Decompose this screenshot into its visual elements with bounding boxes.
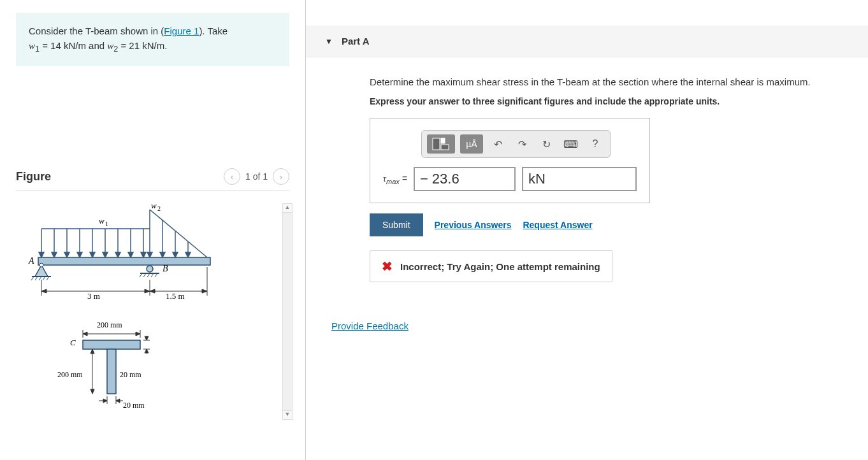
part-label: Part A <box>342 36 370 47</box>
svg-text:C: C <box>70 338 76 347</box>
help-icon[interactable]: ? <box>586 134 605 154</box>
feedback-box: ✖ Incorrect; Try Again; One attempt rema… <box>370 250 612 282</box>
figure-title: Figure <box>16 170 51 183</box>
svg-marker-18 <box>141 252 146 257</box>
svg-text:3 m: 3 m <box>87 291 100 301</box>
svg-marker-23 <box>160 252 165 257</box>
app-container: Consider the T-beam shown in (Figure 1).… <box>0 0 868 460</box>
answer-row: τmax = <box>383 167 637 191</box>
svg-marker-80 <box>145 349 148 353</box>
svg-text:B: B <box>163 264 168 273</box>
formula-toolbar: µÅ ↶ ↷ ↻ ⌨ ? <box>421 130 611 158</box>
answer-panel: µÅ ↶ ↷ ↻ ⌨ ? τmax = <box>370 118 650 203</box>
svg-text:w: w <box>151 203 157 210</box>
svg-rect-67 <box>83 340 140 349</box>
svg-marker-12 <box>103 252 108 257</box>
svg-marker-72 <box>90 349 94 354</box>
svg-marker-66 <box>136 332 140 336</box>
part-body: Determine the maximum shear stress in th… <box>306 57 868 295</box>
action-row: Submit Previous Answers Request Answer <box>370 213 849 236</box>
mu-button[interactable]: µÅ <box>460 134 483 154</box>
svg-marker-65 <box>83 332 87 336</box>
figure-body: A B w1 w2 3 m 1.5 m <box>16 203 289 417</box>
svg-marker-57 <box>150 289 155 293</box>
redo-icon[interactable]: ↷ <box>512 134 532 154</box>
svg-text:20 mm: 20 mm <box>123 401 145 410</box>
problem-statement: Consider the T-beam shown in (Figure 1).… <box>16 13 289 66</box>
svg-marker-16 <box>128 252 133 257</box>
scroll-up-icon[interactable]: ▲ <box>283 204 292 213</box>
previous-answers-link[interactable]: Previous Answers <box>435 220 512 230</box>
pager-prev-button[interactable]: ‹ <box>224 168 240 185</box>
figure-pager: ‹ 1 of 1 › <box>224 168 289 185</box>
collapse-icon[interactable]: ▼ <box>325 37 333 46</box>
problem-suffix: ). Take <box>199 25 228 36</box>
right-panel: ▼ Part A Determine the maximum shear str… <box>306 0 868 460</box>
answer-variable-label: τmax = <box>383 173 407 185</box>
svg-marker-21 <box>147 252 152 257</box>
beam-diagram: A B w1 w2 3 m 1.5 m <box>16 203 213 312</box>
svg-marker-8 <box>77 252 82 257</box>
svg-rect-89 <box>441 138 445 143</box>
provide-feedback-link[interactable]: Provide Feedback <box>331 320 409 331</box>
svg-marker-58 <box>202 289 207 293</box>
units-instruction: Express your answer to three significant… <box>370 96 849 106</box>
svg-marker-55 <box>41 289 47 293</box>
svg-text:1: 1 <box>105 220 108 227</box>
svg-text:200 mm: 200 mm <box>57 370 83 379</box>
svg-rect-88 <box>433 138 440 150</box>
left-panel: Consider the T-beam shown in (Figure 1).… <box>0 0 306 460</box>
svg-marker-25 <box>173 252 178 257</box>
template-button-1[interactable] <box>427 134 455 154</box>
svg-text:2: 2 <box>157 205 161 212</box>
svg-marker-73 <box>90 389 94 394</box>
pager-next-button[interactable]: › <box>273 168 289 185</box>
svg-text:w: w <box>99 216 105 226</box>
keyboard-icon[interactable]: ⌨ <box>561 134 581 154</box>
svg-text:200 mm: 200 mm <box>97 320 122 329</box>
svg-marker-27 <box>185 252 191 257</box>
figure-scrollbar[interactable]: ▲ ▼ <box>282 203 293 420</box>
svg-marker-87 <box>116 399 120 403</box>
svg-point-37 <box>147 266 153 272</box>
svg-marker-85 <box>103 399 107 403</box>
problem-params: w1 = 14 kN/m and w2 = 21 kN/m. <box>29 40 167 51</box>
svg-rect-28 <box>38 257 210 265</box>
instruction-text: Determine the maximum shear stress in th… <box>370 76 849 87</box>
feedback-text: Incorrect; Try Again; One attempt remain… <box>400 261 600 272</box>
figure-link[interactable]: Figure 1 <box>164 25 199 36</box>
figure-header: Figure ‹ 1 of 1 › <box>16 168 289 190</box>
cross-section-diagram: 200 mm C 200 mm <box>48 320 175 415</box>
svg-marker-14 <box>115 252 120 257</box>
svg-rect-68 <box>107 349 116 394</box>
submit-button[interactable]: Submit <box>370 213 423 236</box>
answer-value-input[interactable] <box>414 167 516 191</box>
svg-text:A: A <box>28 256 34 266</box>
svg-line-19 <box>150 210 207 257</box>
scroll-down-icon[interactable]: ▼ <box>283 410 292 419</box>
svg-marker-6 <box>64 252 69 257</box>
pager-status: 1 of 1 <box>245 171 268 182</box>
svg-marker-4 <box>52 252 57 257</box>
svg-marker-2 <box>39 252 44 257</box>
svg-text:1.5 m: 1.5 m <box>166 291 185 301</box>
svg-point-30 <box>40 263 43 267</box>
problem-prefix: Consider the T-beam shown in ( <box>29 25 164 36</box>
reset-icon[interactable]: ↻ <box>537 134 556 154</box>
svg-marker-78 <box>145 336 148 340</box>
undo-icon[interactable]: ↶ <box>488 134 507 154</box>
svg-text:20 mm: 20 mm <box>120 370 141 379</box>
svg-marker-10 <box>90 252 95 257</box>
answer-units-input[interactable] <box>522 167 637 191</box>
part-header[interactable]: ▼ Part A <box>306 25 868 57</box>
request-answer-link[interactable]: Request Answer <box>523 220 592 230</box>
svg-rect-90 <box>441 145 449 150</box>
incorrect-icon: ✖ <box>382 259 393 274</box>
